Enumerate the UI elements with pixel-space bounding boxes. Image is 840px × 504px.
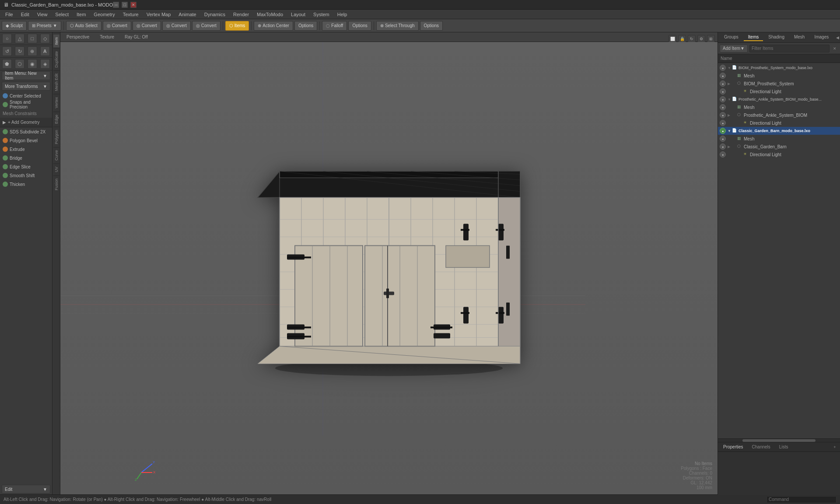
tree-item-biom-prosthetic[interactable]: ● ▶ ⬡ BIOM_Prosthetic_System [718, 80, 840, 88]
minimize-button[interactable]: ─ [113, 2, 119, 8]
tree-item-barn-group[interactable]: ● ▶ ⬡ Classic_Garden_Barn [718, 143, 840, 150]
edge-tab-edge[interactable]: Edge [53, 112, 60, 126]
tree-item-biom-lxo[interactable]: ● ▼ 📄 BIOM_Prosthetic_System_modo_base.l… [718, 64, 840, 72]
menu-system[interactable]: System [310, 11, 333, 18]
vis-biom-mesh[interactable]: ● [720, 73, 726, 79]
convert4-button[interactable]: ◎ Convert [192, 21, 220, 31]
cube-icon-btn[interactable]: □ [28, 34, 37, 43]
vis-barn-group[interactable]: ● [720, 144, 726, 150]
tab-mesh[interactable]: Mesh [790, 34, 809, 41]
edge-tab-uv[interactable]: UV [53, 164, 60, 175]
filter-items-input[interactable] [749, 45, 830, 52]
more-transforms-dropdown[interactable]: More Transforms ▼ [2, 82, 50, 91]
tree-item-dir-light-1[interactable]: ● ▶ ☀ Directional Light [718, 88, 840, 95]
menu-select[interactable]: Select [52, 11, 72, 18]
add-geometry-header[interactable]: ▶ + Add Geometry [0, 118, 52, 127]
sphere-icon-btn[interactable]: ○ [2, 34, 12, 43]
menu-edit[interactable]: Edit [18, 11, 33, 18]
tab-images[interactable]: Images [810, 34, 833, 41]
vis-biom-prosthetic[interactable]: ● [720, 80, 726, 87]
vis-dir-light-3[interactable]: ● [720, 151, 726, 158]
menu-vertex-map[interactable]: Vertex Map [143, 11, 175, 18]
tree-item-dir-light-2[interactable]: ● ▶ ☀ Directional Light [718, 119, 840, 127]
rotate-right-icon-btn[interactable]: ↻ [15, 46, 24, 56]
panel-close-icon[interactable]: ✕ [831, 45, 838, 52]
menu-texture[interactable]: Texture [119, 11, 142, 18]
pentagon-icon-btn[interactable]: ⬟ [2, 59, 12, 69]
command-input[interactable] [766, 496, 836, 503]
items-button[interactable]: ⬡ Items [225, 21, 249, 31]
polygon-bevel-item[interactable]: Polygon Bevel [0, 136, 52, 145]
tree-item-ankle-mesh[interactable]: ● ▶ ▦ Mesh [718, 103, 840, 111]
edge-slice-item[interactable]: Edge Slice [0, 162, 52, 171]
tab-channels[interactable]: Channels [749, 444, 774, 450]
vis-dir-light-1[interactable]: ● [720, 88, 726, 94]
tab-properties[interactable]: Properties [720, 444, 747, 450]
window-controls[interactable]: ─ □ ✕ [113, 2, 136, 8]
tab-shading[interactable]: Shading [764, 34, 789, 41]
sds-subdivide-item[interactable]: SDS Subdivide 2X [0, 127, 52, 136]
edge-tab-fusion[interactable]: Fusion [53, 175, 60, 193]
tab-groups[interactable]: Groups [720, 34, 743, 41]
tree-item-barn-mesh[interactable]: ● ▶ ▦ Mesh [718, 135, 840, 143]
tree-item-ankle-system[interactable]: ● ▶ ⬡ Prosthetic_Ankle_System_BIOM [718, 111, 840, 119]
close-button[interactable]: ✕ [130, 2, 136, 8]
menu-item[interactable]: Item [73, 11, 89, 18]
menu-animate[interactable]: Animate [175, 11, 200, 18]
auto-select-button[interactable]: ⬡ Auto Select [66, 21, 102, 31]
edge-tab-item[interactable]: Item [53, 34, 60, 48]
hexagon-icon-btn[interactable]: ⬡ [15, 59, 24, 69]
grid-icon-btn[interactable]: ◈ [40, 59, 50, 69]
vis-barn-mesh[interactable]: ● [720, 136, 726, 142]
select-through-button[interactable]: ⊗ Select Through [376, 21, 419, 31]
menu-file[interactable]: File [2, 11, 17, 18]
vis-ankle-system[interactable]: ● [720, 112, 726, 118]
tree-item-ankle-lxo[interactable]: ● ▼ 📄 Prosthetic_Ankle_System_BIOM_modo_… [718, 95, 840, 103]
extrude-item[interactable]: Extrude [0, 145, 52, 154]
text-icon-btn[interactable]: A [40, 46, 50, 56]
vis-barn-lxo[interactable]: ● [720, 128, 726, 134]
falloff-button[interactable]: ◌ Falloff [322, 21, 347, 31]
vis-biom-lxo[interactable]: ● [720, 65, 726, 71]
menu-render[interactable]: Render [230, 11, 252, 18]
options2-button[interactable]: Options [348, 21, 371, 31]
presets-button[interactable]: ⊞ Presets ▼ [28, 21, 61, 31]
diamond-icon-btn[interactable]: ◇ [40, 34, 50, 43]
mesh-constraints-item[interactable]: Mesh Constraints [0, 109, 52, 118]
viewport[interactable]: Perspective Texture Ray GL: Off ⬜ 🔒 ↻ ⚙ … [60, 32, 718, 494]
snaps-precision-item[interactable]: Snaps and Precision [0, 100, 52, 109]
thicken-item[interactable]: Thicken [0, 180, 52, 189]
vis-ankle-mesh[interactable]: ● [720, 104, 726, 110]
menu-maxtomodo[interactable]: MaxToModo [253, 11, 287, 18]
cone-icon-btn[interactable]: △ [15, 34, 24, 43]
menu-dynamics[interactable]: Dynamics [201, 11, 229, 18]
maximize-button[interactable]: □ [122, 2, 128, 8]
viewport-render-tab[interactable]: Texture [97, 34, 117, 40]
menu-view[interactable]: View [34, 11, 51, 18]
sculpt-button[interactable]: ◆ Sculpt [2, 21, 27, 31]
center-selected-item[interactable]: Center Selected [0, 91, 52, 100]
viewport-mode-tab[interactable]: Perspective [64, 34, 92, 40]
vis-dir-light-2[interactable]: ● [720, 120, 726, 126]
viewport-ray-tab[interactable]: Ray GL: Off [122, 34, 150, 40]
tree-item-biom-mesh[interactable]: ● ▶ ▦ Mesh [718, 72, 840, 80]
convert3-button[interactable]: ◎ Convert [162, 21, 191, 31]
action-center-button[interactable]: ⊕ Action Center [254, 21, 293, 31]
tab-items[interactable]: Items [744, 34, 763, 41]
bridge-item[interactable]: Bridge [0, 154, 52, 162]
add-icon-btn[interactable]: ⊕ [28, 46, 37, 56]
convert1-button[interactable]: ◎ Convert [103, 21, 131, 31]
options1-button[interactable]: Options [294, 21, 317, 31]
menu-geometry[interactable]: Geometry [90, 11, 118, 18]
edge-tab-mesh-edit[interactable]: Mesh Edit [53, 70, 60, 94]
menu-layout[interactable]: Layout [287, 11, 309, 18]
edge-tab-curve[interactable]: Curve [53, 147, 60, 163]
convert2-button[interactable]: ◎ Convert [133, 21, 161, 31]
edge-tab-polygon[interactable]: Polygon [53, 127, 60, 147]
tab-lists[interactable]: Lists [776, 444, 792, 450]
edge-tab-duplicate[interactable]: Duplicate [53, 48, 60, 70]
rotate-left-icon-btn[interactable]: ↺ [2, 46, 12, 56]
edit-dropdown[interactable]: Edit ▼ [2, 485, 50, 494]
add-item-button[interactable]: Add Item ▼ [720, 45, 748, 52]
menu-help[interactable]: Help [334, 11, 351, 18]
